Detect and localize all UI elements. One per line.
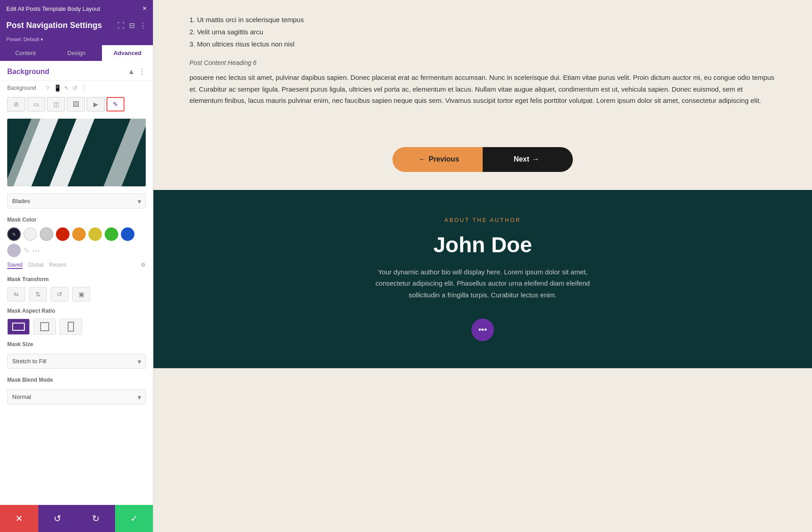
author-section: ABOUT THE AUTHOR John Doe Your dynamic a… — [153, 190, 812, 369]
bg-video-btn[interactable]: ▶ — [87, 97, 105, 111]
section-more-icon[interactable]: ⋮ — [138, 67, 146, 76]
mask-size-label: Mask Size — [0, 337, 153, 350]
prev-label: Previous — [429, 155, 459, 163]
color-tab-saved[interactable]: Saved — [7, 262, 23, 269]
right-content: 1. Ut mattis orci in scelerisque tempus … — [153, 0, 812, 138]
bg-color-btn[interactable]: ▭ — [27, 97, 45, 111]
preset-label[interactable]: Preset: Default ▾ — [6, 37, 43, 42]
next-button[interactable]: Next → — [483, 147, 573, 172]
widget-title-row: Post Navigation Settings ⛶ ⊟ ⋮ — [0, 17, 153, 35]
cursor-icon[interactable]: ↖ — [64, 84, 69, 92]
bottom-action-bar: ✕ ↺ ↻ ✓ — [0, 505, 153, 532]
next-arrow-icon: → — [532, 155, 539, 163]
pattern-dropdown[interactable]: Blades Chevron Diamond Dots — [7, 194, 146, 208]
panel-content: Background ▲ ⋮ Background ? 📱 ↖ ↺ ⋮ ⊘ ▭ … — [0, 61, 153, 532]
mask-color-label: Mask Color — [0, 212, 153, 226]
bg-more-icon[interactable]: ⋮ — [80, 84, 87, 92]
mask-transform-label: Mask Transform — [0, 272, 153, 285]
content-heading: Post Content Heading 6 — [189, 59, 776, 66]
color-tab-recent[interactable]: Recent — [49, 262, 66, 269]
panel-header: Edit All Posts Template Body Layout × — [0, 0, 153, 17]
color-swatch-blue[interactable] — [121, 227, 134, 241]
mask-size-dropdown[interactable]: Stretch to Fill Fit Repeat Actual Size — [7, 354, 146, 369]
nav-buttons-container: ← Previous Next → — [153, 138, 812, 190]
close-icon[interactable]: × — [143, 5, 147, 13]
bg-gradient-btn[interactable]: ◫ — [47, 97, 65, 111]
color-swatch-green[interactable] — [105, 227, 118, 241]
prev-arrow-icon: ← — [419, 155, 426, 163]
color-swatch-yellow[interactable] — [88, 227, 102, 241]
content-paragraph: posuere nec lectus sit amet, pulvinar da… — [189, 72, 776, 106]
fullscreen-icon[interactable]: ⛶ — [117, 22, 125, 30]
color-tabs: Saved Global Recent ⚙ — [0, 259, 153, 272]
content-list: 1. Ut mattis orci in scelerisque tempus … — [189, 14, 776, 50]
tab-design[interactable]: Design — [51, 45, 102, 61]
collapse-icon[interactable]: ▲ — [128, 68, 135, 76]
cancel-button[interactable]: ✕ — [0, 505, 38, 532]
bg-none-btn[interactable]: ⊘ — [7, 97, 25, 111]
flip-v-btn[interactable]: ⇅ — [29, 287, 47, 301]
ratio-wide-btn[interactable] — [7, 319, 30, 335]
color-swatch-black[interactable]: ✎ — [7, 227, 21, 241]
mirror-btn[interactable]: ▣ — [72, 287, 90, 301]
color-swatch-white[interactable] — [23, 227, 37, 241]
color-swatches-row: ✎ ✎ ··· — [0, 226, 153, 259]
section-header-icons: ▲ ⋮ — [128, 67, 146, 76]
background-field-row: Background ? 📱 ↖ ↺ ⋮ — [0, 81, 153, 95]
columns-icon[interactable]: ⊟ — [129, 21, 135, 30]
mask-size-dropdown-row: Stretch to Fill Fit Repeat Actual Size — [0, 350, 153, 372]
transform-row: ⇆ ⇅ ↺ ▣ — [0, 285, 153, 303]
color-settings-icon[interactable]: ⚙ — [141, 262, 146, 269]
author-name: John Doe — [189, 232, 776, 257]
list-item-2: 2. Velit urna sagittis arcu — [189, 26, 776, 38]
mask-preview — [7, 119, 146, 186]
color-tab-global[interactable]: Global — [28, 262, 44, 269]
color-swatch-lightgray2[interactable] — [7, 244, 21, 257]
device-mobile-icon[interactable]: 📱 — [54, 84, 61, 92]
info-icon[interactable]: ? — [46, 85, 49, 92]
color-edit-icon[interactable]: ✎ — [23, 246, 29, 255]
widget-icons: ⛶ ⊟ ⋮ — [117, 21, 147, 30]
preset-row: Preset: Default ▾ — [0, 35, 153, 45]
list-item-3: 3. Mon ultrices risus lectus non nisl — [189, 38, 776, 50]
bg-image-btn[interactable]: 🖼 — [67, 97, 85, 111]
more-options-icon[interactable]: ⋮ — [139, 21, 147, 30]
redo-button[interactable]: ↻ — [77, 505, 115, 532]
author-bio: Your dynamic author bio will display her… — [370, 266, 595, 301]
bg-mask-btn[interactable]: ✎ — [106, 97, 125, 111]
widget-title: Post Navigation Settings — [6, 21, 102, 30]
pattern-dropdown-row: Blades Chevron Diamond Dots — [0, 190, 153, 212]
more-button[interactable]: ••• — [471, 319, 494, 341]
background-label: Background — [7, 85, 43, 91]
ratio-tall-btn[interactable] — [60, 319, 82, 335]
save-button[interactable]: ✓ — [115, 505, 153, 532]
background-section-header: Background ▲ ⋮ — [0, 61, 153, 81]
tabs-row: Content Design Advanced — [0, 45, 153, 61]
panel-header-title: Edit All Posts Template Body Layout — [6, 5, 100, 12]
mask-blend-label: Mask Blend Mode — [0, 372, 153, 386]
ratio-square-btn[interactable] — [33, 319, 56, 335]
tab-content[interactable]: Content — [0, 45, 51, 61]
rotate-btn[interactable]: ↺ — [51, 287, 69, 301]
mask-blend-dropdown[interactable]: Normal Multiply Screen Overlay — [7, 389, 146, 404]
right-panel: 1. Ut mattis orci in scelerisque tempus … — [153, 0, 812, 532]
section-title: Background — [7, 68, 49, 76]
color-swatch-red[interactable] — [56, 227, 69, 241]
tab-advanced[interactable]: Advanced — [102, 45, 153, 61]
bg-type-row: ⊘ ▭ ◫ 🖼 ▶ ✎ — [0, 95, 153, 115]
ratio-row — [0, 317, 153, 337]
color-swatch-lightgray[interactable] — [40, 227, 53, 241]
undo-button[interactable]: ↺ — [38, 505, 77, 532]
author-label: ABOUT THE AUTHOR — [189, 217, 776, 223]
mask-blend-dropdown-row: Normal Multiply Screen Overlay — [0, 386, 153, 408]
prev-button[interactable]: ← Previous — [392, 147, 483, 172]
pattern-dropdown-wrapper: Blades Chevron Diamond Dots — [7, 194, 146, 208]
color-more-dots[interactable]: ··· — [32, 246, 40, 255]
list-item-1: 1. Ut mattis orci in scelerisque tempus — [189, 14, 776, 26]
reset-icon[interactable]: ↺ — [72, 84, 78, 92]
flip-h-btn[interactable]: ⇆ — [7, 287, 25, 301]
color-swatch-orange[interactable] — [72, 227, 86, 241]
mask-aspect-label: Mask Aspect Ratio — [0, 303, 153, 317]
next-label: Next — [514, 155, 530, 163]
nav-buttons: ← Previous Next → — [392, 147, 573, 172]
